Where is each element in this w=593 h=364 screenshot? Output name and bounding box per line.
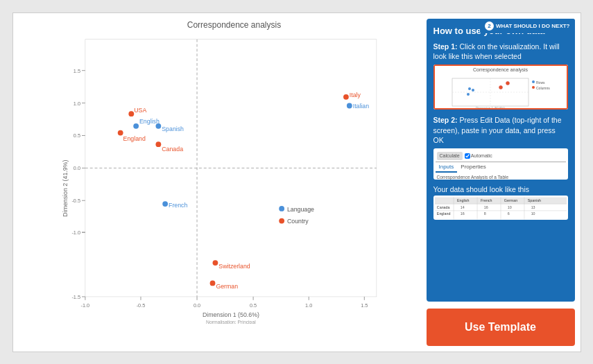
svg-text:Canada: Canada: [436, 205, 449, 209]
svg-text:Spanish: Spanish: [162, 125, 184, 132]
svg-text:English: English: [456, 198, 469, 202]
svg-text:6: 6: [507, 211, 509, 216]
svg-text:Columns: Columns: [536, 86, 550, 90]
svg-text:German: German: [504, 198, 517, 202]
svg-text:1.0: 1.0: [73, 100, 80, 106]
how-to-box: How to use your own data Step 1: Click o…: [427, 19, 575, 302]
svg-point-45: [117, 130, 123, 135]
svg-point-66: [532, 80, 535, 83]
data-table-svg: English French German Spanish Canada 14 …: [433, 196, 568, 220]
svg-text:Normalisation: Principal: Normalisation: Principal: [206, 320, 256, 324]
step1-label: Step 1:: [433, 42, 458, 51]
svg-text:14: 14: [460, 205, 464, 209]
svg-text:8: 8: [483, 211, 485, 216]
svg-text:1.5: 1.5: [73, 67, 80, 73]
svg-text:Country: Country: [286, 218, 308, 225]
svg-point-39: [162, 201, 168, 207]
svg-text:Language: Language: [286, 205, 313, 212]
mini-properties-tab: Properties: [457, 162, 489, 173]
svg-text:German: German: [216, 283, 238, 290]
svg-text:13: 13: [531, 205, 535, 209]
svg-text:-1.0: -1.0: [80, 302, 89, 308]
your-data-label: Your data should look like this: [433, 185, 568, 193]
mini-inputs-tab: Inputs: [436, 162, 458, 173]
step2-block: Step 2: Press Edit Data (top-right of th…: [433, 115, 568, 180]
svg-text:English: English: [139, 117, 160, 124]
svg-text:-0.5: -0.5: [136, 302, 145, 308]
step2-label: Step 2:: [433, 116, 458, 124]
svg-text:10: 10: [531, 211, 535, 216]
badge-text: WHAT SHOULD I DO NEXT?: [496, 23, 570, 29]
svg-text:Rows: Rows: [536, 80, 545, 85]
chart-title: Correspondence analysis: [55, 20, 414, 30]
step1-block: Step 1: Click on the visualization. It w…: [433, 42, 568, 110]
svg-point-63: [472, 89, 474, 92]
svg-point-55: [279, 218, 284, 223]
svg-text:Dimension 1 (50.6%): Dimension 1 (50.6%): [475, 107, 505, 110]
svg-text:0.0: 0.0: [73, 165, 80, 171]
badge-number: 2: [485, 21, 494, 31]
svg-point-68: [532, 86, 535, 89]
mini-automatic-check[interactable]: [465, 153, 470, 159]
svg-text:1.0: 1.0: [305, 302, 312, 308]
svg-point-43: [128, 111, 134, 116]
svg-text:Dimension 2 (41.9%): Dimension 2 (41.9%): [62, 159, 69, 216]
svg-text:-1.5: -1.5: [71, 293, 80, 300]
svg-point-35: [133, 123, 139, 128]
step1-image: Correspondence analysis Rows: [433, 64, 568, 110]
svg-text:Italian: Italian: [352, 103, 369, 110]
svg-text:England: England: [436, 211, 450, 216]
step2-image: Calculate Automatic Inputs Properties Co…: [433, 148, 568, 180]
chart-svg[interactable]: Dimension 2 (41.9%) -1.0 -0.5 0.0 0.5 1.: [41, 33, 414, 324]
svg-text:16: 16: [483, 205, 488, 209]
svg-point-37: [155, 123, 161, 128]
svg-point-62: [468, 87, 471, 90]
svg-point-60: [506, 81, 509, 85]
svg-point-41: [343, 94, 349, 99]
svg-text:-1.0: -1.0: [71, 229, 80, 236]
svg-text:Italy: Italy: [349, 91, 361, 98]
svg-point-64: [467, 93, 470, 96]
svg-text:Dimension 1 (50.6%): Dimension 1 (50.6%): [202, 311, 259, 318]
chart-svg-wrapper: Dimension 2 (41.9%) -1.0 -0.5 0.0 0.5 1.: [41, 33, 414, 324]
svg-point-61: [499, 85, 502, 89]
svg-text:0.0: 0.0: [193, 302, 200, 308]
svg-text:England: England: [123, 135, 145, 142]
use-template-button[interactable]: Use Template: [427, 309, 575, 346]
mini-calculate: Calculate: [437, 152, 463, 160]
svg-text:Switzerland: Switzerland: [218, 262, 250, 269]
right-panel: How to use your own data Step 1: Click o…: [421, 13, 581, 352]
mini-chart-title1: Correspondence analysis: [436, 67, 566, 73]
main-container: 2 WHAT SHOULD I DO NEXT? Correspondence …: [12, 12, 581, 352]
svg-text:10: 10: [507, 205, 511, 209]
svg-point-49: [212, 260, 218, 266]
svg-text:Spanish: Spanish: [527, 198, 540, 202]
svg-text:French: French: [169, 202, 187, 209]
mini-table-label: Correspondence Analysis of a Table: [436, 173, 566, 180]
svg-text:0.5: 0.5: [250, 302, 257, 308]
mini-chart-svg: Rows Columns Dimension 1 (50.6%): [436, 75, 566, 110]
svg-point-51: [209, 280, 215, 286]
svg-text:1.5: 1.5: [361, 302, 368, 308]
what-next-badge[interactable]: 2 WHAT SHOULD I DO NEXT?: [480, 19, 575, 33]
svg-point-33: [346, 103, 352, 108]
svg-text:Canada: Canada: [162, 145, 183, 152]
svg-point-53: [279, 206, 284, 211]
data-table-preview: English French German Spanish Canada 14 …: [433, 196, 568, 220]
svg-rect-65: [449, 75, 452, 78]
svg-text:0.5: 0.5: [73, 132, 80, 139]
mini-automatic-label: Automatic: [471, 153, 492, 159]
svg-text:-0.5: -0.5: [71, 198, 80, 204]
svg-point-47: [155, 141, 161, 147]
svg-text:16: 16: [460, 211, 464, 216]
svg-text:USA: USA: [134, 107, 146, 114]
svg-text:French: French: [480, 198, 492, 202]
chart-area: Correspondence analysis Dimension 2 (41.…: [13, 13, 421, 352]
